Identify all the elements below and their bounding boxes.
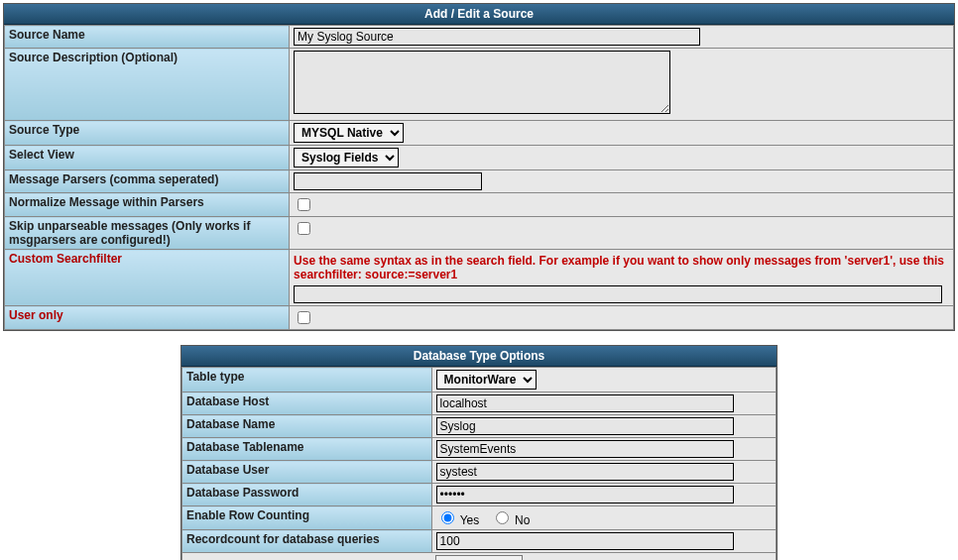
source-desc-cell [290, 49, 954, 121]
db-pass-label: Database Password [182, 484, 432, 506]
table-type-select[interactable]: MonitorWare [436, 370, 537, 390]
db-pass-cell [431, 484, 776, 506]
row-count-yes-radio[interactable] [441, 511, 454, 524]
source-name-label: Source Name [5, 26, 290, 49]
msg-parsers-input[interactable] [294, 172, 482, 190]
db-host-cell [431, 392, 776, 415]
source-form: Source Name Source Description (Optional… [4, 25, 954, 330]
db-panel-title: Database Type Options [181, 346, 777, 367]
custom-filter-cell: Use the same syntax as in the search fie… [290, 250, 954, 306]
source-type-label: Source Type [5, 121, 290, 146]
row-count-no-label[interactable]: No [491, 513, 531, 527]
table-type-cell: MonitorWare [431, 368, 776, 392]
rec-count-cell [431, 530, 776, 553]
skip-unparseable-label: Skip unparseable messages (Only works if… [5, 217, 290, 250]
custom-filter-label: Custom Searchfilter [5, 250, 290, 306]
db-options-panel: Database Type Options Table type Monitor… [180, 345, 778, 560]
db-user-input[interactable] [436, 463, 734, 481]
msg-parsers-label: Message Parsers (comma seperated) [5, 170, 290, 193]
normalize-cell [290, 193, 954, 217]
db-table-input[interactable] [436, 440, 734, 458]
source-name-input[interactable] [294, 28, 700, 46]
row-count-yes-text: Yes [460, 513, 480, 527]
db-options-form: Table type MonitorWare Database Host Dat… [181, 367, 777, 560]
db-name-input[interactable] [436, 417, 734, 435]
source-type-cell: MYSQL Native [290, 121, 954, 146]
custom-filter-input[interactable] [294, 285, 942, 303]
source-desc-textarea[interactable] [294, 51, 670, 114]
select-view-label: Select View [5, 146, 290, 170]
row-count-yes-label[interactable]: Yes [436, 513, 483, 527]
rec-count-input[interactable] [436, 532, 734, 550]
source-name-cell [290, 26, 954, 49]
row-count-cell: Yes No [431, 506, 776, 530]
table-type-label: Table type [182, 368, 432, 392]
select-view-cell: Syslog Fields [290, 146, 954, 170]
db-table-cell [431, 438, 776, 461]
source-type-select[interactable]: MYSQL Native [294, 123, 404, 143]
button-row [182, 553, 777, 561]
msg-parsers-cell [290, 170, 954, 193]
db-host-label: Database Host [182, 392, 432, 415]
db-user-cell [431, 461, 776, 484]
panel-title: Add / Edit a Source [4, 4, 954, 25]
add-edit-source-panel: Add / Edit a Source Source Name Source D… [3, 3, 955, 331]
skip-unparseable-checkbox[interactable] [298, 222, 310, 235]
db-name-label: Database Name [182, 415, 432, 438]
db-user-label: Database User [182, 461, 432, 484]
user-only-cell [290, 306, 954, 330]
user-only-checkbox[interactable] [298, 311, 310, 324]
edit-source-button[interactable] [435, 555, 524, 560]
source-desc-label: Source Description (Optional) [5, 49, 290, 121]
db-pass-input[interactable] [436, 486, 734, 504]
custom-filter-hint: Use the same syntax as in the search fie… [294, 252, 949, 285]
normalize-checkbox[interactable] [298, 198, 310, 211]
db-host-input[interactable] [436, 394, 734, 412]
normalize-label: Normalize Message within Parsers [5, 193, 290, 217]
row-count-no-radio[interactable] [496, 511, 509, 524]
db-table-label: Database Tablename [182, 438, 432, 461]
rec-count-label: Recordcount for database queries [182, 530, 432, 553]
select-view-select[interactable]: Syslog Fields [294, 148, 399, 168]
row-count-no-text: No [515, 513, 530, 527]
user-only-label: User only [5, 306, 290, 330]
row-count-label: Enable Row Counting [182, 506, 432, 530]
db-name-cell [431, 415, 776, 438]
skip-unparseable-cell [290, 217, 954, 250]
